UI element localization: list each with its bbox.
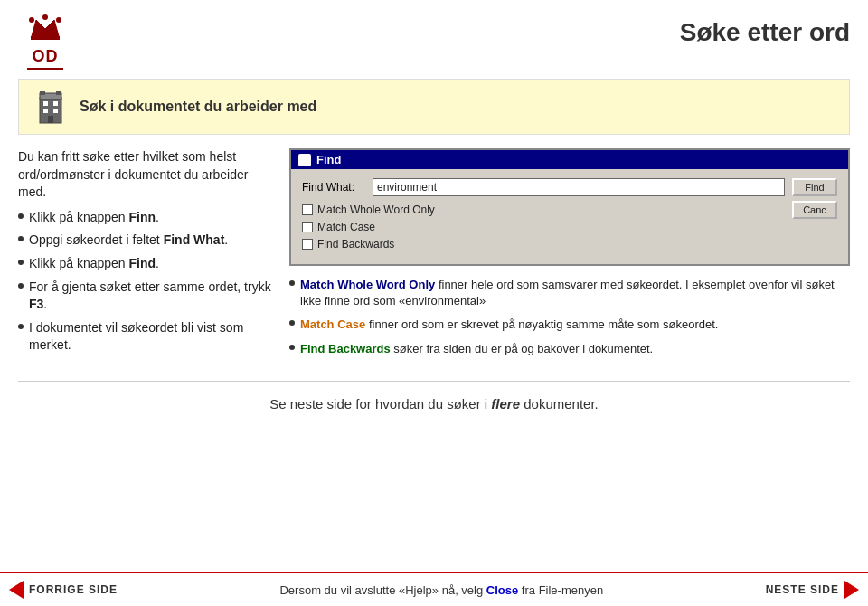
find-what-label: Find What: <box>302 181 365 194</box>
footer-right[interactable]: NESTE SIDE <box>766 581 859 599</box>
left-column: Du kan fritt søke etter hvilket som hels… <box>18 148 271 365</box>
footer-center-text: Dersom du vil avslutte «Hjelp» nå, velg <box>279 583 486 597</box>
svg-rect-9 <box>43 109 48 113</box>
checkbox-row-3: Find Backwards <box>302 238 785 251</box>
next-page-arrow[interactable] <box>844 581 859 599</box>
bullet-dot <box>18 213 24 219</box>
svg-point-1 <box>29 17 34 23</box>
find-backwards-highlight: Find Backwards <box>300 342 391 355</box>
bullet-dot <box>18 236 24 241</box>
top-bar: OD Søke etter ord <box>0 0 868 70</box>
find-dialog: Find Find What: environment Match Whole … <box>289 148 850 266</box>
svg-rect-4 <box>31 36 60 40</box>
step-4: For å gjenta søket etter samme ordet, tr… <box>29 279 271 314</box>
bottom-note-end: dokumenter. <box>520 396 599 412</box>
desc-rest-3: søker fra siden du er på og bakover i do… <box>393 342 653 355</box>
main-content: Du kan fritt søke etter hvilket som hels… <box>0 135 868 374</box>
list-item: Klikk på knappen Find. <box>18 255 271 273</box>
building-icon <box>33 89 69 125</box>
find-button[interactable]: Find <box>792 178 837 196</box>
desc-dot <box>289 345 295 350</box>
dialog-title-icon <box>298 154 311 166</box>
svg-rect-13 <box>56 91 61 95</box>
desc-item-3: Find Backwards søker fra siden du er på … <box>289 341 850 357</box>
step-3: Klikk på knappen Find. <box>29 255 159 273</box>
section-header: Søk i dokumentet du arbeider med <box>18 79 850 135</box>
find-backwards-label: Find Backwards <box>317 238 394 251</box>
desc-dot <box>289 320 295 326</box>
footer: FORRIGE SIDE Dersom du vil avslutte «Hje… <box>0 572 868 606</box>
step-5: I dokumentet vil søkeordet bli vist som … <box>29 319 271 355</box>
right-column: Find Find What: environment Match Whole … <box>289 148 850 365</box>
checkbox-row-2: Match Case <box>302 221 785 233</box>
bottom-note-text: Se neste side for hvordan du søker i <box>269 396 491 412</box>
desc-dot <box>289 280 295 286</box>
svg-rect-10 <box>53 109 58 113</box>
list-item: For å gjenta søket etter samme ordet, tr… <box>18 279 271 314</box>
find-dialog-right: Find Canc <box>785 178 837 255</box>
match-whole-word-checkbox[interactable] <box>302 204 313 215</box>
section-header-text: Søk i dokumentet du arbeider med <box>80 99 316 115</box>
match-case-checkbox[interactable] <box>302 222 313 232</box>
find-dialog-body: Find What: environment Match Whole Word … <box>291 169 848 264</box>
bullet-dot <box>18 260 24 265</box>
list-item: I dokumentet vil søkeordet bli vist som … <box>18 319 271 355</box>
find-backwards-checkbox[interactable] <box>302 239 313 250</box>
logo-area: OD <box>18 9 72 70</box>
svg-rect-11 <box>48 116 53 123</box>
footer-center-end: fra File-menyen <box>518 583 603 597</box>
desc-text-2: Match Case finner ord som er skrevet på … <box>300 317 718 333</box>
bottom-note-bold: flere <box>491 396 520 412</box>
bullet-dot <box>18 324 24 329</box>
divider <box>18 381 850 382</box>
logo-line <box>27 68 63 70</box>
steps-list: Klikk på knappen Finn. Oppgi søkeordet i… <box>18 209 271 355</box>
cancel-button[interactable]: Canc <box>792 201 837 219</box>
desc-rest-2: finner ord som er skrevet på nøyaktig sa… <box>369 317 719 331</box>
footer-close-word: Close <box>486 583 518 597</box>
find-what-row: Find What: environment <box>302 178 785 196</box>
page-title: Søke etter ord <box>680 9 850 47</box>
svg-rect-8 <box>53 101 58 106</box>
find-dialog-title-text: Find <box>316 153 341 166</box>
desc-item-2: Match Case finner ord som er skrevet på … <box>289 317 850 333</box>
bullet-dot <box>18 283 24 289</box>
prev-page-arrow[interactable] <box>9 581 24 599</box>
step-2: Oppgi søkeordet i feltet Find What. <box>29 232 228 250</box>
step-1: Klikk på knappen Finn. <box>29 209 159 227</box>
svg-rect-7 <box>43 101 48 106</box>
bottom-note: Se neste side for hvordan du søker i fle… <box>18 389 850 419</box>
prev-page-label[interactable]: FORRIGE SIDE <box>29 583 118 596</box>
svg-point-2 <box>42 14 48 20</box>
checkbox-row-1: Match Whole Word Only <box>302 204 785 216</box>
desc-text-1: Match Whole Word Only finner hele ord so… <box>300 277 850 309</box>
match-case-highlight: Match Case <box>300 317 365 331</box>
crown-icon <box>27 9 63 45</box>
find-dialog-left: Find What: environment Match Whole Word … <box>302 178 785 255</box>
find-dialog-titlebar: Find <box>291 150 848 169</box>
intro-text: Du kan fritt søke etter hvilket som hels… <box>18 148 271 202</box>
logo-od: OD <box>33 47 59 66</box>
desc-text-3: Find Backwards søker fra siden du er på … <box>300 341 653 357</box>
list-item: Klikk på knappen Finn. <box>18 209 271 227</box>
description-bullets: Match Whole Word Only finner hele ord so… <box>289 277 850 357</box>
svg-rect-12 <box>40 91 45 95</box>
match-whole-word-label: Match Whole Word Only <box>317 204 435 216</box>
find-what-input[interactable]: environment <box>373 178 785 196</box>
list-item: Oppgi søkeordet i feltet Find What. <box>18 232 271 250</box>
next-page-label[interactable]: NESTE SIDE <box>766 583 839 596</box>
footer-left[interactable]: FORRIGE SIDE <box>9 581 118 599</box>
svg-marker-0 <box>32 20 59 36</box>
svg-point-3 <box>56 17 61 23</box>
match-whole-word-highlight: Match Whole Word Only <box>300 278 435 291</box>
desc-item-1: Match Whole Word Only finner hele ord so… <box>289 277 850 309</box>
match-case-label: Match Case <box>317 221 375 233</box>
footer-center: Dersom du vil avslutte «Hjelp» nå, velg … <box>279 583 603 597</box>
